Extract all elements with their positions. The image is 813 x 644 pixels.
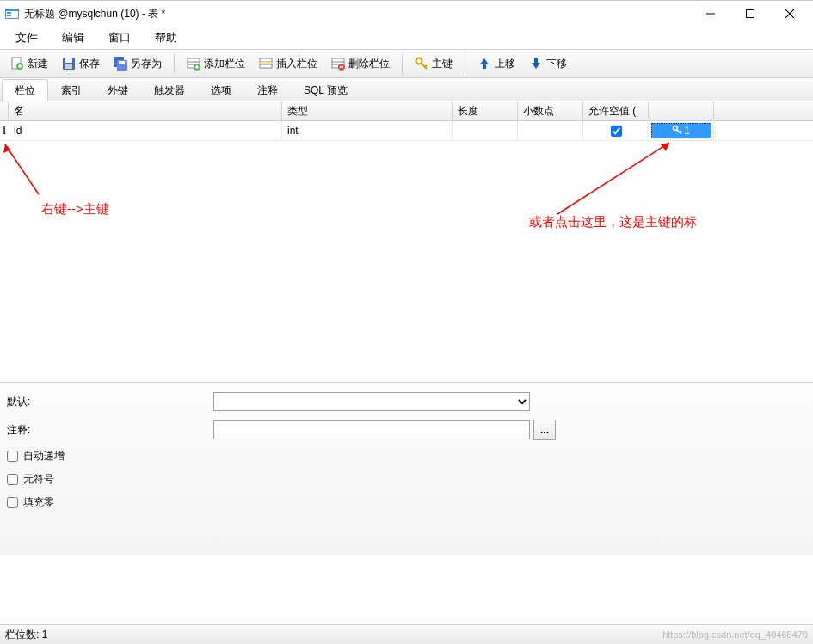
svg-rect-2 xyxy=(7,12,11,14)
annotation-arrow-right xyxy=(542,141,680,223)
default-label: 默认: xyxy=(7,395,213,409)
col-header-decimals[interactable]: 小数点 xyxy=(518,101,583,120)
cell-type[interactable]: int xyxy=(282,121,453,140)
svg-rect-17 xyxy=(119,61,125,64)
comment-ellipsis-button[interactable]: ... xyxy=(533,420,556,440)
svg-rect-3 xyxy=(7,15,11,16)
tab-bar: 栏位 索引 外键 触发器 选项 注释 SQL 预览 xyxy=(0,78,813,101)
insertfield-button[interactable]: 插入栏位 xyxy=(253,53,323,75)
addfield-label: 添加栏位 xyxy=(204,57,245,71)
annotation-text-right: 或者点击这里，这是主键的标 xyxy=(529,214,697,230)
cell-allownull[interactable] xyxy=(583,121,649,140)
save-button[interactable]: 保存 xyxy=(56,53,106,75)
moveup-label: 上移 xyxy=(495,57,515,71)
menu-help[interactable]: 帮助 xyxy=(143,28,189,48)
svg-line-40 xyxy=(680,131,681,132)
svg-marker-37 xyxy=(532,58,540,69)
svg-marker-36 xyxy=(480,58,489,69)
app-window: { "title": "无标题 @mysqlchun (10) - 表 *", … xyxy=(0,0,813,644)
window-controls xyxy=(691,1,810,27)
svg-rect-13 xyxy=(65,58,72,63)
movedown-button[interactable]: 下移 xyxy=(523,53,573,75)
cell-name[interactable]: id xyxy=(9,121,282,140)
cell-primarykey[interactable]: 1 xyxy=(649,121,714,140)
grid-header: 名 类型 长度 小数点 允许空值 ( xyxy=(0,101,813,121)
unsigned-row[interactable]: 无符号 xyxy=(7,472,806,487)
key-icon xyxy=(415,57,428,71)
new-button[interactable]: 新建 xyxy=(4,53,54,75)
status-watermark: https://blog.csdn.net/qq_40468470 xyxy=(662,629,808,640)
delfield-button[interactable]: 删除栏位 xyxy=(325,53,396,75)
zerofill-row[interactable]: 填充零 xyxy=(7,495,806,510)
maximize-button[interactable] xyxy=(730,1,770,27)
status-fieldcount: 栏位数: 1 xyxy=(5,628,47,642)
menu-window[interactable]: 窗口 xyxy=(96,28,143,48)
menu-edit[interactable]: 编辑 xyxy=(50,28,96,48)
tab-foreignkeys[interactable]: 外键 xyxy=(95,79,141,101)
tab-options[interactable]: 选项 xyxy=(198,79,244,101)
table-row[interactable]: I id int 1 xyxy=(0,121,813,141)
svg-marker-44 xyxy=(661,143,669,151)
saveas-button[interactable]: 另存为 xyxy=(108,53,168,75)
toolbar: 新建 保存 另存为 添加栏位 插入栏位 删除栏位 主键 xyxy=(0,49,813,78)
svg-line-41 xyxy=(5,144,39,194)
zerofill-label: 填充零 xyxy=(23,495,54,510)
properties-panel: 默认: 注释: ... 自动递增 无符号 填充零 xyxy=(0,383,813,555)
fields-grid: 名 类型 长度 小数点 允许空值 ( I id int 1 xyxy=(0,101,813,383)
saveas-label: 另存为 xyxy=(131,57,162,71)
addfield-button[interactable]: 添加栏位 xyxy=(181,53,251,75)
col-header-allownull[interactable]: 允许空值 ( xyxy=(583,101,649,120)
new-icon xyxy=(10,57,24,71)
delfield-label: 删除栏位 xyxy=(348,57,390,71)
autoinc-row[interactable]: 自动递增 xyxy=(7,449,806,463)
col-header-length[interactable]: 长度 xyxy=(453,101,518,120)
default-select[interactable] xyxy=(213,392,530,411)
menu-file[interactable]: 文件 xyxy=(3,28,50,48)
toolbar-separator xyxy=(402,54,403,73)
unsigned-label: 无符号 xyxy=(23,472,54,487)
col-header-name[interactable]: 名 xyxy=(9,101,282,120)
menu-bar: 文件 编辑 窗口 帮助 xyxy=(0,27,813,49)
close-button[interactable] xyxy=(770,1,810,27)
minimize-button[interactable] xyxy=(691,1,730,27)
tab-fields[interactable]: 栏位 xyxy=(2,79,48,101)
svg-marker-42 xyxy=(3,144,11,153)
save-label: 保存 xyxy=(79,57,100,71)
key-order: 1 xyxy=(684,125,690,137)
tab-comment[interactable]: 注释 xyxy=(244,79,291,101)
insertfield-icon xyxy=(259,57,273,71)
arrow-up-icon xyxy=(477,57,491,71)
key-icon xyxy=(672,125,682,138)
comment-input[interactable] xyxy=(213,420,530,439)
cell-length[interactable] xyxy=(453,121,518,140)
autoinc-label: 自动递增 xyxy=(23,449,65,463)
addfield-icon xyxy=(187,57,200,71)
moveup-button[interactable]: 上移 xyxy=(471,53,521,75)
insertfield-label: 插入栏位 xyxy=(276,57,317,71)
grid-empty-area[interactable]: 右键-->主键 或者点击这里，这是主键的标 xyxy=(0,141,813,382)
movedown-label: 下移 xyxy=(546,57,567,71)
svg-line-35 xyxy=(425,65,427,67)
autoinc-checkbox[interactable] xyxy=(7,451,18,462)
saveas-icon xyxy=(114,57,127,71)
svg-rect-14 xyxy=(65,64,72,69)
status-bar: 栏位数: 1 https://blog.csdn.net/qq_40468470 xyxy=(0,624,813,644)
tab-sqlpreview[interactable]: SQL 预览 xyxy=(291,79,360,101)
primarykey-button[interactable]: 主键 xyxy=(409,53,459,75)
toolbar-separator xyxy=(465,54,465,73)
col-header-type[interactable]: 类型 xyxy=(282,101,453,120)
comment-label: 注释: xyxy=(7,423,213,438)
col-header-key[interactable] xyxy=(649,101,714,120)
toolbar-separator xyxy=(174,54,175,73)
zerofill-checkbox[interactable] xyxy=(7,497,18,508)
svg-rect-5 xyxy=(747,10,754,18)
window-title: 无标题 @mysqlchun (10) - 表 * xyxy=(24,7,165,21)
annotation-text-left: 右键-->主键 xyxy=(41,201,109,218)
tab-indexes[interactable]: 索引 xyxy=(48,79,95,101)
svg-line-43 xyxy=(557,143,669,214)
allownull-checkbox[interactable] xyxy=(611,126,622,137)
tab-triggers[interactable]: 触发器 xyxy=(141,79,198,101)
cell-decimals[interactable] xyxy=(518,121,583,140)
row-cursor-icon: I xyxy=(0,124,9,138)
unsigned-checkbox[interactable] xyxy=(7,474,18,485)
